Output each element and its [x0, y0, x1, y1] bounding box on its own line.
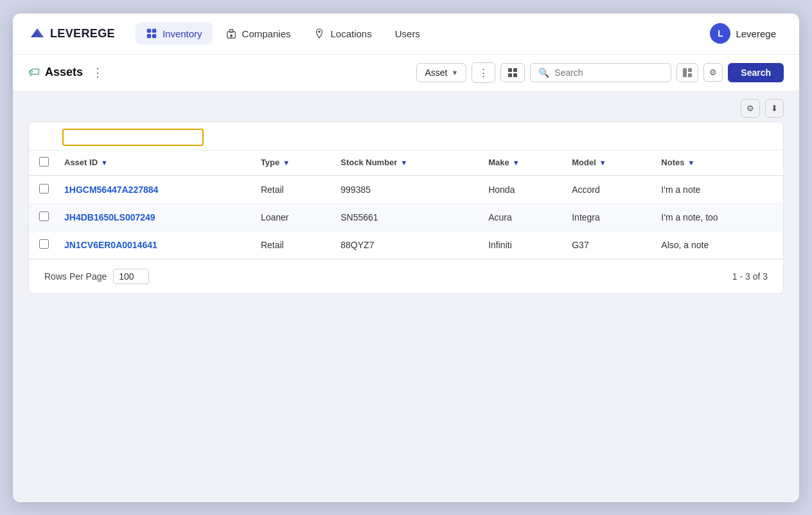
svg-rect-10: [508, 73, 512, 77]
user-menu-btn[interactable]: L Leverege: [702, 19, 784, 48]
filter-input[interactable]: [62, 129, 204, 146]
row-checkbox[interactable]: [39, 212, 49, 221]
view-toggle-button[interactable]: [500, 63, 525, 82]
gear-icon: ⚙: [709, 68, 717, 77]
nav-item-inventory[interactable]: Inventory: [136, 23, 213, 44]
cell-type: Retail: [253, 231, 333, 258]
logo-icon: [28, 24, 46, 42]
th-make: Make ▼: [481, 150, 564, 176]
locations-icon: [313, 28, 325, 39]
cell-asset-id: JH4DB1650LS007249: [57, 203, 253, 231]
filter-icon-notes[interactable]: ▼: [687, 159, 694, 167]
tag-icon: 🏷: [28, 66, 40, 79]
svg-rect-11: [513, 73, 517, 77]
asset-type-dropdown[interactable]: Asset ▼: [416, 63, 466, 82]
cell-notes: Also, a note: [653, 231, 783, 258]
th-model: Model ▼: [564, 150, 653, 176]
filter-icon-model[interactable]: ▼: [599, 159, 606, 167]
table-row: JN1CV6ER0A0014641 Retail 88QYZ7 Infiniti…: [29, 231, 783, 258]
cell-model: G37: [564, 231, 653, 258]
chevron-down-icon: ▼: [451, 69, 458, 77]
grid-view-icon: [508, 68, 518, 78]
asset-id-link[interactable]: JN1CV6ER0A0014641: [64, 240, 157, 250]
filter-icon-asset-id[interactable]: ▼: [101, 159, 108, 167]
th-stock-number: Stock Number ▼: [333, 150, 481, 176]
th-asset-id: Asset ID ▼: [57, 150, 253, 176]
svg-rect-13: [688, 68, 692, 72]
svg-rect-0: [147, 29, 151, 33]
logo[interactable]: LEVEREGE: [28, 24, 115, 42]
inventory-icon: [146, 28, 157, 39]
svg-rect-14: [688, 73, 692, 77]
settings-button[interactable]: ⚙: [703, 63, 723, 82]
cell-stock-number: 88QYZ7: [333, 231, 481, 258]
table-toolbar: ⚙ ⬇: [28, 91, 784, 122]
nav-items: Inventory Companies Locations Users: [136, 23, 703, 44]
more-options-button[interactable]: ⋮: [88, 64, 107, 81]
asset-id-link[interactable]: 1HGCM56447A227884: [64, 185, 158, 195]
search-input[interactable]: [554, 68, 663, 78]
asset-id-link[interactable]: JH4DB1650LS007249: [64, 212, 155, 222]
cell-notes: I'm a note: [653, 176, 783, 204]
svg-point-7: [319, 31, 321, 33]
svg-rect-9: [513, 68, 517, 72]
download-button[interactable]: ⬇: [765, 99, 784, 118]
row-checkbox-cell: [29, 176, 57, 204]
nav-item-users[interactable]: Users: [385, 23, 430, 44]
table-row: 1HGCM56447A227884 Retail 999385 Honda Ac…: [29, 176, 783, 204]
cell-asset-id: JN1CV6ER0A0014641: [57, 231, 253, 258]
svg-rect-3: [152, 34, 156, 38]
pagination-info: 1 - 3 of 3: [732, 271, 768, 282]
svg-rect-1: [152, 29, 156, 33]
companies-icon: [225, 28, 237, 39]
assets-label-wrap: 🏷 Assets ⋮: [28, 64, 409, 81]
nav-item-companies[interactable]: Companies: [215, 23, 301, 44]
th-type: Type ▼: [253, 150, 333, 176]
cell-type: Loaner: [253, 203, 333, 231]
cell-stock-number: SN55661: [333, 203, 481, 231]
layout-icon: [682, 68, 693, 78]
search-button[interactable]: Search: [728, 63, 784, 82]
th-notes: Notes ▼: [653, 150, 783, 176]
filter-icon-type[interactable]: ▼: [283, 159, 290, 167]
table-settings-button[interactable]: ⚙: [741, 99, 760, 118]
nav-item-locations[interactable]: Locations: [303, 23, 382, 44]
rows-per-page-wrap: Rows Per Page: [44, 269, 149, 284]
select-all-header: [29, 150, 57, 176]
assets-title: Assets: [45, 66, 83, 79]
cell-make: Infiniti: [481, 231, 564, 258]
row-checkbox[interactable]: [39, 184, 49, 194]
search-bar: 🔍: [530, 63, 671, 82]
avatar: L: [710, 23, 730, 44]
row-checkbox-cell: [29, 203, 57, 231]
main-window: LEVEREGE Inventory Companies: [13, 14, 799, 502]
logo-text: LEVEREGE: [50, 27, 115, 41]
svg-rect-12: [683, 68, 687, 77]
cell-stock-number: 999385: [333, 176, 481, 204]
toolbar-right: Asset ▼ ⋮ 🔍: [416, 62, 784, 83]
nav-label-users: Users: [395, 28, 420, 39]
svg-rect-6: [230, 35, 233, 37]
main-content: ⚙ ⬇ Asset ID: [13, 91, 799, 502]
nav-label-locations: Locations: [330, 28, 371, 39]
cell-model: Accord: [564, 176, 653, 204]
cell-make: Acura: [481, 203, 564, 231]
column-options-button[interactable]: ⋮: [472, 62, 495, 83]
rows-per-page-input[interactable]: [113, 269, 149, 284]
row-checkbox[interactable]: [39, 239, 49, 249]
cell-make: Honda: [481, 176, 564, 204]
svg-rect-5: [229, 30, 233, 33]
table-header-row: Asset ID ▼ Type ▼ Stock: [29, 150, 783, 176]
rows-per-page-label: Rows Per Page: [44, 271, 107, 282]
row-checkbox-cell: [29, 231, 57, 258]
select-all-checkbox[interactable]: [39, 157, 49, 167]
cell-asset-id: 1HGCM56447A227884: [57, 176, 253, 204]
layout-button[interactable]: [676, 63, 698, 82]
download-icon: ⬇: [771, 104, 778, 113]
filter-icon-make[interactable]: ▼: [513, 159, 520, 167]
filter-icon-stock[interactable]: ▼: [400, 159, 407, 167]
svg-rect-8: [508, 68, 512, 72]
assets-table: Asset ID ▼ Type ▼ Stock: [29, 150, 783, 259]
subheader: 🏷 Assets ⋮ Asset ▼ ⋮ 🔍: [13, 55, 799, 91]
table-footer: Rows Per Page 1 - 3 of 3: [29, 259, 783, 293]
